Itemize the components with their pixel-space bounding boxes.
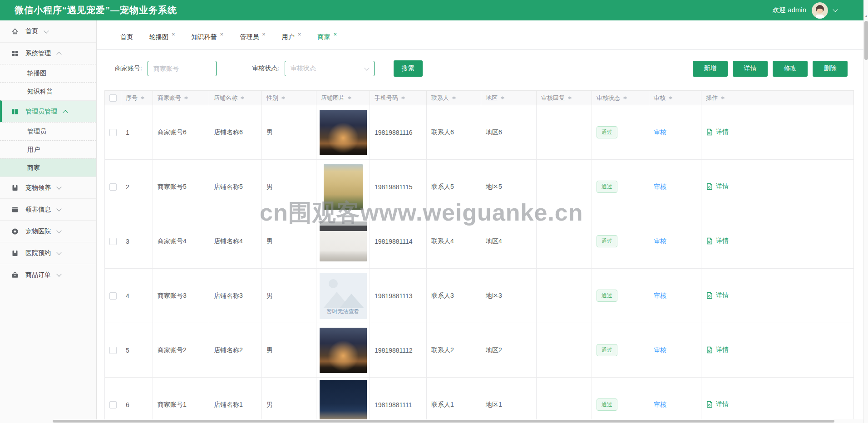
sidebar-subitem-admin[interactable]: 管理员 [0, 122, 96, 140]
sidebar-item-adoption-info[interactable]: 领养信息 [0, 198, 96, 220]
column-header: 审核状态 [597, 94, 620, 101]
status-badge: 通过 [597, 290, 617, 302]
row-checkbox[interactable] [109, 292, 117, 300]
audit-link[interactable]: 审核 [654, 401, 666, 408]
cell-no: 6 [121, 378, 153, 423]
tab-user[interactable]: 用户× [282, 33, 301, 41]
sidebar-subitem-merchant[interactable]: 商家 [0, 158, 96, 177]
sort-icon[interactable] [720, 94, 725, 101]
cell-phone: 19819881116 [370, 105, 427, 160]
store-image [324, 164, 363, 210]
cell-gender: 男 [262, 160, 316, 214]
avatar[interactable] [812, 2, 828, 19]
cell-region: 地区5 [481, 160, 537, 214]
tab-close-icon[interactable]: × [220, 31, 224, 38]
top-header: 微信小程序“遇见宠爱”—宠物业务系统 欢迎 admin [0, 0, 863, 20]
scrollbar-up-arrow-icon[interactable]: ▲ [864, 13, 868, 20]
sidebar-subitem-user[interactable]: 用户 [0, 140, 96, 158]
detail-link[interactable]: 详情 [706, 237, 729, 245]
vertical-scrollbar-thumb[interactable] [864, 21, 868, 60]
detail-button[interactable]: 详情 [733, 61, 768, 77]
sidebar-item-goods-order[interactable]: 商品订单 [0, 264, 96, 285]
row-checkbox[interactable] [109, 238, 117, 245]
vertical-scrollbar[interactable]: ▲ [863, 0, 868, 423]
audit-link[interactable]: 审核 [654, 292, 666, 299]
cell-no: 1 [121, 105, 153, 160]
sidebar-item-admin-management[interactable]: 管理员管理 [0, 100, 96, 122]
add-button[interactable]: 新增 [693, 61, 728, 77]
detail-link[interactable]: 详情 [706, 346, 729, 354]
sort-icon[interactable] [500, 94, 505, 101]
audit-link[interactable]: 审核 [654, 237, 666, 245]
column-header: 序号 [126, 94, 138, 101]
tab-close-icon[interactable]: × [333, 31, 337, 38]
user-menu-chevron-down-icon[interactable] [833, 7, 838, 12]
row-checkbox[interactable] [109, 347, 117, 354]
detail-label: 详情 [716, 128, 729, 136]
sidebar-item-pet-adoption[interactable]: 宠物领养 [0, 177, 96, 198]
column-header: 审核回复 [541, 94, 565, 101]
chevron-up-icon [56, 52, 61, 57]
tab-admin[interactable]: 管理员× [240, 33, 266, 41]
tab-bar: 首页 轮播图× 知识科普× 管理员× 用户× 商家× [97, 20, 863, 49]
horizontal-scrollbar[interactable] [0, 419, 863, 423]
row-checkbox[interactable] [109, 401, 117, 408]
detail-link[interactable]: 详情 [706, 182, 729, 191]
search-button[interactable]: 搜索 [394, 60, 423, 77]
sort-icon[interactable] [451, 94, 456, 101]
sort-icon[interactable] [668, 94, 673, 101]
table-row: 4 商家账号3 店铺名称3 男 暂时无法查看 [105, 269, 854, 323]
tab-merchant[interactable]: 商家× [317, 33, 337, 41]
sort-icon[interactable] [281, 94, 286, 101]
cell-gender: 男 [262, 378, 316, 423]
row-checkbox[interactable] [109, 129, 117, 136]
sort-icon[interactable] [347, 94, 352, 101]
tab-label: 首页 [120, 33, 133, 40]
sidebar-item-home[interactable]: 首页 [0, 20, 96, 42]
sidebar-subitem-label: 轮播图 [27, 69, 46, 78]
cell-contact: 联系人1 [427, 378, 481, 423]
tab-close-icon[interactable]: × [262, 31, 266, 38]
home-icon [11, 27, 19, 35]
sort-icon[interactable] [183, 94, 188, 101]
sidebar-subitem-carousel[interactable]: 轮播图 [0, 64, 96, 82]
sidebar-item-system-management[interactable]: 系统管理 [0, 42, 96, 64]
audit-link[interactable]: 审核 [654, 183, 666, 190]
table-header-row: 序号 商家账号 店铺名称 性别 店铺图片 手机号码 联系人 地区 审核回复 审核… [105, 91, 854, 105]
tab-carousel[interactable]: 轮播图× [149, 33, 175, 41]
tab-close-icon[interactable]: × [172, 31, 175, 38]
tab-home[interactable]: 首页 [120, 33, 133, 41]
select-all-checkbox[interactable] [109, 94, 117, 102]
edit-button[interactable]: 修改 [773, 61, 808, 77]
sort-icon[interactable] [240, 94, 245, 101]
sidebar-item-label: 系统管理 [25, 49, 51, 58]
sidebar-item-hospital-booking[interactable]: 医院预约 [0, 242, 96, 264]
sort-icon[interactable] [567, 94, 572, 101]
detail-link[interactable]: 详情 [706, 291, 729, 300]
cell-no: 2 [121, 160, 153, 214]
sidebar-item-label: 医院预约 [25, 249, 51, 257]
tab-knowledge[interactable]: 知识科普× [192, 33, 224, 41]
detail-link[interactable]: 详情 [706, 400, 729, 408]
tab-close-icon[interactable]: × [298, 31, 301, 38]
horizontal-scrollbar-thumb[interactable] [53, 420, 834, 423]
sidebar-subitem-label: 商家 [27, 164, 40, 172]
cell-reply [537, 214, 592, 269]
detail-link[interactable]: 详情 [706, 128, 729, 136]
audit-status-select[interactable]: 审核状态 [285, 61, 375, 76]
audit-link[interactable]: 审核 [654, 128, 666, 136]
merchant-account-input[interactable] [148, 61, 217, 76]
sort-icon[interactable] [622, 94, 627, 101]
row-checkbox[interactable] [109, 183, 117, 191]
sidebar-subitem-label: 知识科普 [27, 88, 53, 96]
sidebar-item-pet-hospital[interactable]: 宠物医院 [0, 220, 96, 242]
delete-button[interactable]: 删除 [813, 61, 848, 77]
sidebar-subitem-knowledge[interactable]: 知识科普 [0, 82, 96, 100]
audit-link[interactable]: 审核 [654, 346, 666, 354]
sort-icon[interactable] [140, 94, 145, 101]
app-title: 微信小程序“遇见宠爱”—宠物业务系统 [15, 4, 177, 16]
status-badge: 通过 [597, 235, 617, 247]
sort-icon[interactable] [400, 94, 405, 101]
cell-no: 4 [121, 269, 153, 323]
select-chevron-down-icon [364, 65, 369, 70]
